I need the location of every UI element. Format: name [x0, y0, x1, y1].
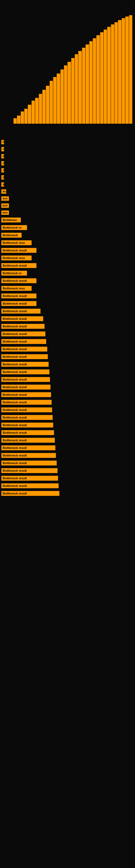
chart-bar	[78, 51, 82, 124]
chart-bar	[68, 62, 71, 124]
result-label: B	[1, 154, 4, 158]
chart-bar	[53, 77, 56, 124]
result-label: Bottleneck result	[1, 438, 55, 443]
chart-bar	[60, 69, 64, 124]
result-item: Bottleneck result	[1, 384, 134, 390]
result-label: Bottleneck result	[1, 339, 46, 344]
chart-bar	[21, 112, 24, 124]
result-item: Bottleneck result	[1, 415, 134, 420]
result-item: Bottleneck re	[1, 225, 134, 230]
chart-bar	[100, 32, 103, 124]
result-label: B	[1, 182, 4, 187]
result-item: Bottleneck result	[1, 461, 134, 465]
result-item: Bottleneck result	[1, 278, 134, 283]
chart-bar	[42, 90, 46, 124]
chart-bar-item	[118, 20, 121, 124]
result-item: Bottleneck result	[1, 453, 134, 458]
result-label: Bottleneck result	[1, 263, 37, 268]
chart-area	[0, 4, 135, 140]
chart-bar-item	[39, 94, 42, 124]
result-item: Bottleneck result	[1, 339, 134, 344]
result-label: Bottleneck result	[1, 293, 37, 299]
result-label: F	[1, 147, 4, 151]
chart-bar-item	[82, 48, 85, 124]
chart-bar	[75, 54, 78, 124]
chart-bar	[125, 17, 129, 124]
chart-bar	[111, 24, 114, 124]
result-label: Bottleneck resu	[1, 286, 32, 291]
chart-bar	[96, 35, 100, 124]
result-item: Bottleneck result	[1, 400, 134, 405]
chart-bar	[118, 20, 121, 124]
result-label: Bottleneck result	[1, 369, 49, 374]
result-item: Bottleneck result	[1, 316, 134, 321]
chart-bar-item	[42, 90, 46, 124]
chart-bar-item	[17, 116, 20, 124]
chart-bar-item	[60, 69, 64, 124]
chart-bar-item	[68, 62, 71, 124]
result-item: Bottleneck result	[1, 438, 134, 443]
result-item: Bottleneck result	[1, 347, 134, 351]
chart-bar-item	[46, 86, 49, 124]
chart-bar-item	[24, 109, 28, 124]
result-label: Bottleneck result	[1, 484, 58, 488]
result-label: Bo	[1, 189, 6, 194]
chart-bar	[50, 81, 53, 124]
result-item: Bottleneck resu	[1, 286, 134, 291]
chart-inner	[0, 4, 135, 129]
chart-bar	[46, 86, 49, 124]
result-label: Bottleneck re	[1, 271, 27, 276]
result-item: Bottleneck resu	[1, 240, 134, 245]
chart-bar	[89, 41, 93, 124]
chart-bar-item	[115, 22, 118, 124]
chart-bar-item	[50, 81, 53, 124]
result-label: Bottleneck result	[1, 248, 37, 253]
result-label: F	[1, 140, 4, 144]
chart-bar-item	[104, 30, 107, 124]
chart-bar	[32, 101, 35, 124]
result-item: F	[1, 147, 134, 151]
result-item: Bottleneck result	[1, 484, 134, 488]
site-title	[0, 0, 135, 4]
result-label: Bottleneck result	[1, 461, 57, 465]
result-label: Bott	[1, 196, 9, 201]
chart-bar-item	[35, 98, 38, 124]
result-label: Bottleneck resu	[1, 255, 32, 260]
result-label: Bottleneck resu	[1, 240, 32, 245]
result-label: Bottleneck result	[1, 476, 58, 480]
result-label: Bottleneck result	[1, 384, 50, 390]
chart-bar-item	[86, 44, 89, 124]
result-label: Bottleneck result	[1, 430, 54, 435]
result-label: Bottleneck result	[1, 309, 41, 314]
chart-bar-item	[53, 77, 56, 124]
result-label: Bottleneck result	[1, 332, 45, 336]
chart-bar-item	[28, 105, 31, 124]
chart-bar	[39, 94, 42, 124]
chart-bar-item	[89, 41, 93, 124]
result-label: Bottleneck result	[1, 423, 53, 428]
chart-bar	[17, 116, 20, 124]
chart-bar	[28, 105, 31, 124]
result-label: Bottleneck result	[1, 415, 53, 420]
result-item: Bottleneck result	[1, 354, 134, 359]
chart-bar-item	[96, 35, 100, 124]
chart-bar	[122, 18, 125, 124]
chart-bar	[86, 44, 89, 124]
result-item: B	[1, 175, 134, 180]
result-item: F	[1, 140, 134, 144]
result-label: Bottleneck result	[1, 278, 37, 283]
result-label: Bottleneck re	[1, 225, 27, 230]
result-item: Bottleneck result	[1, 248, 134, 253]
result-label: Bottleneck result	[1, 453, 56, 458]
result-item: Bottleneck resu	[1, 255, 134, 260]
result-item: Bottleneck result	[1, 468, 134, 473]
result-label: Bottleneck result	[1, 301, 37, 306]
result-item: Bottleneck re	[1, 271, 134, 276]
chart-bar-item	[93, 38, 96, 124]
chart-bar-item	[125, 17, 129, 124]
result-label: F	[1, 168, 4, 173]
result-item: Bottleneck result	[1, 332, 134, 336]
result-item: Bottleneck result	[1, 491, 134, 496]
result-label: Bottleneck result	[1, 347, 47, 351]
chart-bar-item	[78, 51, 82, 124]
